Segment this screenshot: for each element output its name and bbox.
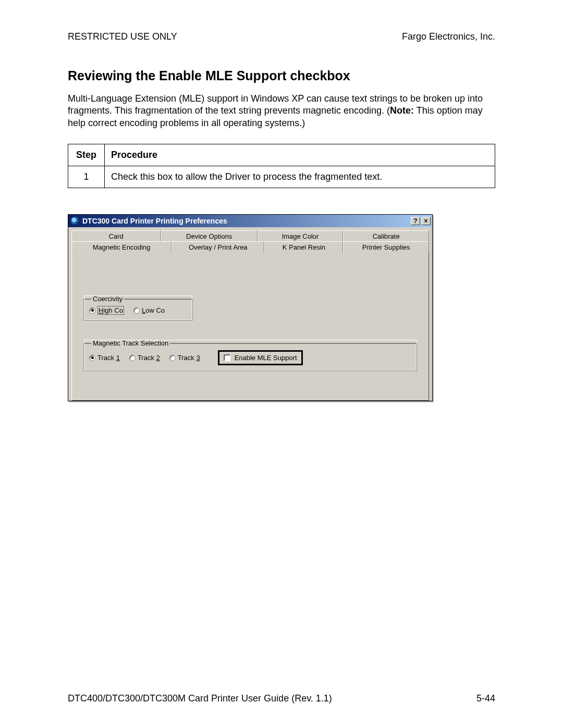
radio-track-3[interactable]: Track 3 [169,354,200,362]
close-button[interactable]: × [421,217,431,225]
enable-mle-support-highlight: Enable MLE Support [218,350,303,365]
radio-track-1-label: Track 1 [97,354,120,362]
radio-track-3-label: Track 3 [178,354,200,362]
tab-device-options[interactable]: Device Options [161,230,258,242]
coercivity-group: Coercivity High Co Low Co [83,295,193,320]
footer-left: DTC400/DTC300/DTC300M Card Printer User … [68,693,332,704]
tab-magnetic-encoding[interactable]: Magnetic Encoding [71,241,172,253]
printing-preferences-dialog: DTC300 Card Printer Printing Preferences… [68,214,433,401]
magnetic-track-legend: Magnetic Track Selection [91,339,170,347]
radio-high-co-label: High Co [97,306,124,315]
footer-right: 5-44 [476,693,495,704]
section-heading: Reviewing the Enable MLE Support checkbo… [68,68,495,83]
help-button[interactable]: ? [411,217,420,225]
tab-card[interactable]: Card [71,230,161,242]
radio-icon [129,355,136,361]
section-paragraph: Multi-Language Extension (MLE) support i… [68,93,495,129]
enable-mle-checkbox[interactable] [224,354,230,361]
tab-calibrate[interactable]: Calibrate [343,230,429,242]
radio-low-co[interactable]: Low Co [133,306,165,314]
tab-printer-supplies[interactable]: Printer Supplies [343,241,429,253]
radio-track-2[interactable]: Track 2 [129,354,160,362]
col-step: Step [68,144,105,166]
coercivity-legend: Coercivity [91,295,124,303]
tab-image-color[interactable]: Image Color [258,230,344,242]
radio-track-2-label: Track 2 [138,354,160,362]
tab-overlay-print-area[interactable]: Overlay / Print Area [172,241,264,253]
radio-low-co-label: Low Co [142,306,165,314]
enable-mle-label: Enable MLE Support [235,354,297,362]
radio-icon [133,307,140,314]
radio-track-1[interactable]: Track 1 [89,354,120,362]
cell-step: 1 [68,166,105,188]
procedure-table: Step Procedure 1 Check this box to allow… [68,144,495,188]
page-footer: DTC400/DTC300/DTC300M Card Printer User … [68,693,495,704]
radio-icon [169,355,176,361]
system-icon [71,217,79,225]
para-note-bold: Note: [390,105,414,116]
table-row: 1 Check this box to allow the Driver to … [68,166,495,188]
col-procedure: Procedure [105,144,495,166]
page-header: RESTRICTED USE ONLY Fargo Electronics, I… [68,31,495,42]
magnetic-track-group: Magnetic Track Selection Track 1 Track 2 [83,339,417,371]
tab-k-panel-resin[interactable]: K Panel Resin [264,241,343,253]
header-right: Fargo Electronics, Inc. [402,31,495,42]
radio-icon [89,307,95,314]
cell-procedure: Check this box to allow the Driver to pr… [105,166,495,188]
header-left: RESTRICTED USE ONLY [68,31,177,42]
dialog-title: DTC300 Card Printer Printing Preferences [82,217,411,225]
titlebar[interactable]: DTC300 Card Printer Printing Preferences… [68,215,432,227]
radio-icon [89,355,95,361]
table-header-row: Step Procedure [68,144,495,166]
tab-panel-magnetic-encoding: Coercivity High Co Low Co Magnetic Trac [71,253,429,401]
radio-high-co[interactable]: High Co [89,306,124,315]
